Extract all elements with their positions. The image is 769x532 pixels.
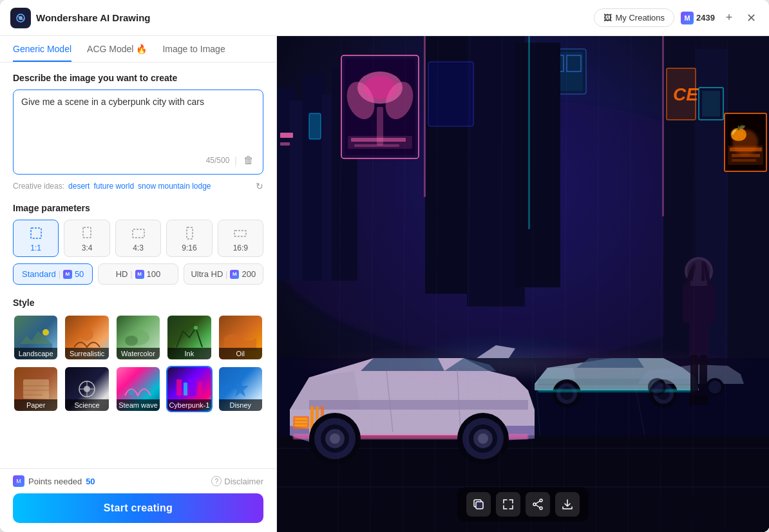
main-content: Generic Model ACG Model 🔥 Image to Image… (0, 36, 769, 532)
quality-hd-sep: | (130, 270, 132, 279)
svg-rect-130 (698, 395, 708, 405)
aspect-9-16[interactable]: 9:16 (166, 220, 212, 257)
style-label-oil: Oil (219, 348, 262, 359)
aspect-9-16-label: 9:16 (182, 243, 196, 252)
prompt-textarea[interactable]: Give me a scene in a cyberpunk city with… (21, 97, 255, 148)
aspect-4-3[interactable]: 4:3 (115, 220, 161, 257)
points-value: 2439 (696, 13, 715, 23)
title-bar-actions: 🖼 My Creations M 2439 + ✕ (594, 8, 759, 27)
disclaimer-link[interactable]: ? Disclaimer (211, 476, 263, 486)
preview-image: CE (277, 36, 769, 532)
svg-rect-29 (303, 75, 325, 281)
svg-point-19 (128, 389, 135, 395)
bottom-bar: M Points needed 50 ? Disclaimer Start cr… (0, 468, 276, 532)
clear-prompt-button[interactable]: 🗑 (242, 153, 255, 167)
svg-rect-116 (538, 389, 696, 392)
quality-ultrahd[interactable]: Ultra HD | M 200 (184, 263, 263, 285)
svg-rect-20 (176, 379, 182, 395)
style-label-science: Science (65, 399, 108, 411)
aspect-16-9[interactable]: 16:9 (218, 220, 263, 257)
svg-rect-95 (295, 424, 307, 426)
style-label-surrealistic: Surrealistic (65, 348, 108, 359)
quality-standard[interactable]: Standard | M 50 (13, 263, 93, 285)
creative-tag-0[interactable]: desert (68, 182, 90, 191)
quality-standard-sep: | (59, 270, 61, 279)
divider: | (234, 155, 237, 166)
quality-ultrahd-icon: M (230, 270, 239, 279)
svg-rect-7 (234, 231, 246, 236)
char-count: 45/500 (206, 156, 230, 165)
aspect-3-4[interactable]: 3:4 (64, 220, 109, 257)
close-button[interactable]: ✕ (743, 10, 759, 26)
style-item-paper[interactable]: Paper (13, 366, 59, 412)
style-item-cyberpunk[interactable]: Cyberpunk-1 (166, 366, 212, 412)
image-params-label: Image parameters (13, 203, 263, 213)
quality-standard-pts: 50 (75, 269, 84, 279)
style-label-paper: Paper (14, 399, 57, 411)
svg-rect-22 (189, 378, 196, 396)
style-item-ink[interactable]: Ink (166, 314, 212, 361)
svg-point-148 (540, 499, 542, 502)
creative-ideas: Creative ideas: desert future world snow… (13, 181, 263, 191)
prompt-wrapper: Give me a scene in a cyberpunk city with… (13, 90, 263, 175)
svg-point-149 (533, 503, 536, 506)
style-item-watercolor[interactable]: Watercolor (115, 314, 161, 361)
points-display: M 2439 (681, 12, 715, 24)
app-name: Wondershare AI Drawing (36, 12, 151, 23)
copy-tool-button[interactable] (466, 492, 491, 517)
creative-tag-1[interactable]: future world (93, 182, 134, 191)
creative-tag-2[interactable]: snow mountain lodge (138, 182, 211, 191)
prompt-section-label: Describe the image you want to create (13, 73, 263, 83)
svg-rect-35 (280, 133, 293, 138)
start-creating-button[interactable]: Start creating (13, 493, 263, 523)
download-tool-button[interactable] (555, 492, 580, 517)
svg-line-151 (536, 501, 540, 504)
svg-point-8 (43, 329, 49, 336)
style-section: Style Landscape Surrealist (13, 298, 263, 412)
panel-scroll: Describe the image you want to create Gi… (0, 62, 276, 468)
points-icon: M (681, 12, 694, 24)
preview-toolbar (457, 487, 589, 522)
svg-rect-6 (187, 227, 193, 239)
svg-rect-93 (295, 418, 307, 420)
share-tool-button[interactable] (526, 492, 550, 517)
svg-rect-94 (295, 421, 307, 423)
my-creations-button[interactable]: 🖼 My Creations (594, 8, 675, 27)
expand-tool-button[interactable] (496, 492, 520, 517)
svg-rect-132 (406, 332, 599, 384)
right-panel: CE (277, 36, 769, 532)
svg-line-152 (536, 505, 540, 508)
points-row: M Points needed 50 ? Disclaimer (13, 475, 263, 487)
add-points-button[interactable]: + (721, 10, 737, 26)
svg-rect-147 (476, 502, 483, 509)
quality-standard-label: Standard (22, 269, 56, 279)
svg-rect-129 (689, 395, 699, 405)
aspect-1-1[interactable]: 1:1 (13, 220, 59, 257)
svg-point-12 (125, 336, 138, 346)
svg-point-150 (540, 507, 542, 509)
points-needed-label: Points needed (28, 477, 82, 486)
style-label-landscape: Landscape (14, 348, 57, 359)
quality-hd[interactable]: HD | M 100 (98, 263, 178, 285)
aspect-16-9-label: 16:9 (233, 243, 248, 252)
image-params-section: Image parameters 1:1 (13, 203, 263, 285)
points-needed-value: 50 (86, 477, 95, 486)
style-item-surrealistic[interactable]: Surrealistic (64, 314, 109, 361)
title-bar: Wondershare AI Drawing 🖼 My Creations M … (0, 0, 769, 36)
refresh-ideas-button[interactable]: ↻ (256, 181, 263, 191)
app-window: Wondershare AI Drawing 🖼 My Creations M … (0, 0, 769, 532)
tab-generic-model[interactable]: Generic Model (13, 44, 71, 62)
my-creations-label: My Creations (616, 13, 665, 23)
quality-hd-pts: 100 (147, 269, 161, 279)
quality-row: Standard | M 50 HD | M 100 Ultra HD (13, 263, 263, 285)
style-item-oil[interactable]: Oil (218, 314, 263, 361)
style-item-disney[interactable]: Disney (218, 366, 263, 412)
svg-rect-125 (683, 284, 690, 323)
style-item-science[interactable]: Science (64, 366, 109, 412)
style-item-landscape[interactable]: Landscape (13, 314, 59, 361)
quality-hd-icon: M (135, 270, 144, 279)
style-item-steam[interactable]: Steam wave (115, 366, 161, 412)
tab-acg-model[interactable]: ACG Model 🔥 (87, 44, 147, 62)
tab-image-to-image[interactable]: Image to Image (162, 44, 225, 62)
quality-hd-label: HD (116, 269, 128, 279)
